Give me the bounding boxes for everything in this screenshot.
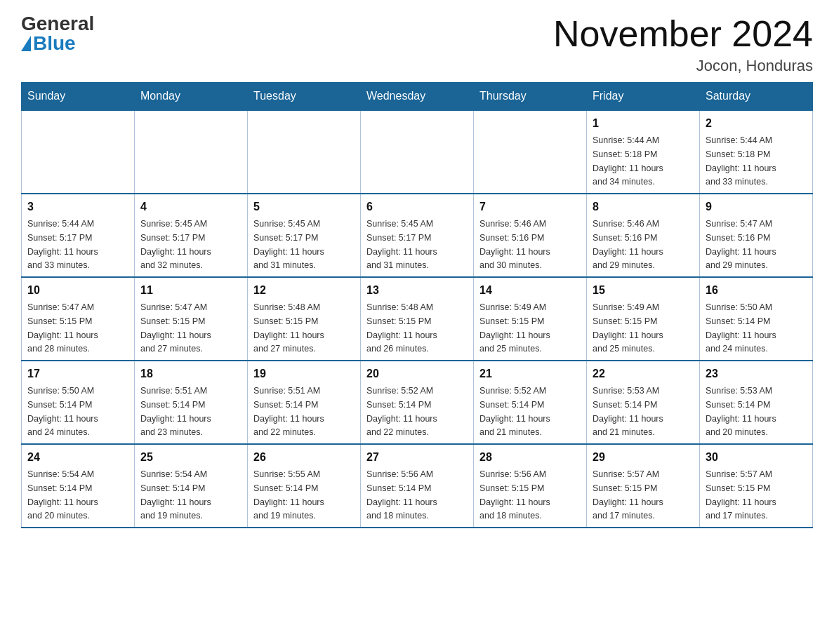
- day-sun-info: Sunrise: 5:54 AM Sunset: 5:14 PM Dayligh…: [140, 469, 211, 521]
- calendar-cell: [361, 110, 474, 194]
- day-number: 11: [140, 282, 241, 299]
- day-number: 13: [366, 282, 468, 299]
- day-number: 6: [366, 199, 468, 215]
- day-header-monday: Monday: [135, 83, 248, 111]
- day-number: 19: [253, 365, 355, 382]
- calendar-cell: 21Sunrise: 5:52 AM Sunset: 5:14 PM Dayli…: [474, 361, 587, 444]
- calendar-cell: 15Sunrise: 5:49 AM Sunset: 5:15 PM Dayli…: [587, 277, 700, 361]
- calendar-cell: [248, 110, 361, 194]
- day-number: 3: [27, 199, 128, 215]
- day-number: 27: [366, 449, 468, 466]
- calendar-cell: [135, 110, 248, 194]
- page-header: General Blue November 2024 Jocon, Hondur…: [21, 14, 813, 75]
- logo: General Blue: [21, 14, 94, 53]
- day-sun-info: Sunrise: 5:46 AM Sunset: 5:16 PM Dayligh…: [593, 219, 663, 270]
- day-number: 20: [366, 365, 468, 382]
- calendar-table: SundayMondayTuesdayWednesdayThursdayFrid…: [21, 82, 813, 528]
- calendar-cell: 5Sunrise: 5:45 AM Sunset: 5:17 PM Daylig…: [248, 194, 361, 277]
- day-sun-info: Sunrise: 5:56 AM Sunset: 5:15 PM Dayligh…: [479, 469, 550, 521]
- logo-general-text: General: [21, 14, 94, 34]
- day-sun-info: Sunrise: 5:56 AM Sunset: 5:14 PM Dayligh…: [366, 469, 437, 521]
- day-number: 23: [706, 365, 807, 382]
- calendar-cell: 14Sunrise: 5:49 AM Sunset: 5:15 PM Dayli…: [474, 277, 587, 361]
- calendar-cell: 7Sunrise: 5:46 AM Sunset: 5:16 PM Daylig…: [474, 194, 587, 277]
- calendar-cell: 2Sunrise: 5:44 AM Sunset: 5:18 PM Daylig…: [700, 110, 813, 194]
- calendar-cell: 9Sunrise: 5:47 AM Sunset: 5:16 PM Daylig…: [700, 194, 813, 277]
- calendar-cell: 12Sunrise: 5:48 AM Sunset: 5:15 PM Dayli…: [248, 277, 361, 361]
- day-number: 26: [253, 449, 355, 466]
- day-sun-info: Sunrise: 5:51 AM Sunset: 5:14 PM Dayligh…: [140, 386, 211, 437]
- calendar-cell: [474, 110, 587, 194]
- calendar-cell: 11Sunrise: 5:47 AM Sunset: 5:15 PM Dayli…: [135, 277, 248, 361]
- day-sun-info: Sunrise: 5:44 AM Sunset: 5:18 PM Dayligh…: [593, 135, 663, 187]
- day-number: 25: [140, 449, 241, 466]
- logo-triangle-icon: [21, 36, 31, 51]
- day-sun-info: Sunrise: 5:45 AM Sunset: 5:17 PM Dayligh…: [140, 219, 211, 270]
- calendar-cell: 10Sunrise: 5:47 AM Sunset: 5:15 PM Dayli…: [22, 277, 135, 361]
- day-number: 17: [27, 365, 128, 382]
- day-number: 14: [479, 282, 581, 299]
- day-number: 29: [593, 449, 694, 466]
- day-sun-info: Sunrise: 5:50 AM Sunset: 5:14 PM Dayligh…: [27, 386, 98, 437]
- day-sun-info: Sunrise: 5:54 AM Sunset: 5:14 PM Dayligh…: [27, 469, 98, 521]
- calendar-cell: 20Sunrise: 5:52 AM Sunset: 5:14 PM Dayli…: [361, 361, 474, 444]
- day-sun-info: Sunrise: 5:45 AM Sunset: 5:17 PM Dayligh…: [366, 219, 437, 270]
- logo-blue-text: Blue: [21, 34, 76, 53]
- calendar-cell: 8Sunrise: 5:46 AM Sunset: 5:16 PM Daylig…: [587, 194, 700, 277]
- calendar-cell: 25Sunrise: 5:54 AM Sunset: 5:14 PM Dayli…: [135, 444, 248, 528]
- day-sun-info: Sunrise: 5:47 AM Sunset: 5:15 PM Dayligh…: [27, 302, 98, 354]
- calendar-week-row: 1Sunrise: 5:44 AM Sunset: 5:18 PM Daylig…: [22, 110, 813, 194]
- calendar-header-row: SundayMondayTuesdayWednesdayThursdayFrid…: [22, 83, 813, 111]
- day-number: 1: [593, 115, 694, 132]
- day-number: 9: [706, 199, 807, 215]
- day-header-tuesday: Tuesday: [248, 83, 361, 111]
- day-number: 24: [27, 449, 128, 466]
- day-sun-info: Sunrise: 5:49 AM Sunset: 5:15 PM Dayligh…: [479, 302, 550, 354]
- calendar-cell: 22Sunrise: 5:53 AM Sunset: 5:14 PM Dayli…: [587, 361, 700, 444]
- day-number: 21: [479, 365, 581, 382]
- day-sun-info: Sunrise: 5:53 AM Sunset: 5:14 PM Dayligh…: [593, 386, 663, 437]
- calendar-cell: 4Sunrise: 5:45 AM Sunset: 5:17 PM Daylig…: [135, 194, 248, 277]
- day-sun-info: Sunrise: 5:49 AM Sunset: 5:15 PM Dayligh…: [593, 302, 663, 354]
- day-header-friday: Friday: [587, 83, 700, 111]
- day-sun-info: Sunrise: 5:46 AM Sunset: 5:16 PM Dayligh…: [479, 219, 550, 270]
- day-sun-info: Sunrise: 5:52 AM Sunset: 5:14 PM Dayligh…: [479, 386, 550, 437]
- day-header-thursday: Thursday: [474, 83, 587, 111]
- day-number: 28: [479, 449, 581, 466]
- calendar-cell: 16Sunrise: 5:50 AM Sunset: 5:14 PM Dayli…: [700, 277, 813, 361]
- day-sun-info: Sunrise: 5:47 AM Sunset: 5:16 PM Dayligh…: [706, 219, 776, 270]
- calendar-week-row: 17Sunrise: 5:50 AM Sunset: 5:14 PM Dayli…: [22, 361, 813, 444]
- day-sun-info: Sunrise: 5:48 AM Sunset: 5:15 PM Dayligh…: [366, 302, 437, 354]
- calendar-cell: 23Sunrise: 5:53 AM Sunset: 5:14 PM Dayli…: [700, 361, 813, 444]
- day-sun-info: Sunrise: 5:55 AM Sunset: 5:14 PM Dayligh…: [253, 469, 324, 521]
- day-header-saturday: Saturday: [700, 83, 813, 111]
- calendar-cell: 30Sunrise: 5:57 AM Sunset: 5:15 PM Dayli…: [700, 444, 813, 528]
- calendar-cell: [22, 110, 135, 194]
- day-number: 22: [593, 365, 694, 382]
- day-number: 12: [253, 282, 355, 299]
- day-sun-info: Sunrise: 5:50 AM Sunset: 5:14 PM Dayligh…: [706, 302, 776, 354]
- day-number: 5: [253, 199, 355, 215]
- day-header-wednesday: Wednesday: [361, 83, 474, 111]
- day-number: 2: [706, 115, 807, 132]
- day-sun-info: Sunrise: 5:44 AM Sunset: 5:18 PM Dayligh…: [706, 135, 776, 187]
- calendar-cell: 26Sunrise: 5:55 AM Sunset: 5:14 PM Dayli…: [248, 444, 361, 528]
- day-header-sunday: Sunday: [22, 83, 135, 111]
- day-number: 15: [593, 282, 694, 299]
- calendar-cell: 29Sunrise: 5:57 AM Sunset: 5:15 PM Dayli…: [587, 444, 700, 528]
- location-subtitle: Jocon, Honduras: [553, 57, 813, 75]
- month-title: November 2024: [553, 14, 813, 54]
- calendar-cell: 6Sunrise: 5:45 AM Sunset: 5:17 PM Daylig…: [361, 194, 474, 277]
- calendar-cell: 18Sunrise: 5:51 AM Sunset: 5:14 PM Dayli…: [135, 361, 248, 444]
- title-block: November 2024 Jocon, Honduras: [553, 14, 813, 75]
- day-sun-info: Sunrise: 5:51 AM Sunset: 5:14 PM Dayligh…: [253, 386, 324, 437]
- day-sun-info: Sunrise: 5:57 AM Sunset: 5:15 PM Dayligh…: [593, 469, 663, 521]
- calendar-cell: 3Sunrise: 5:44 AM Sunset: 5:17 PM Daylig…: [22, 194, 135, 277]
- day-number: 30: [706, 449, 807, 466]
- day-sun-info: Sunrise: 5:47 AM Sunset: 5:15 PM Dayligh…: [140, 302, 211, 354]
- day-sun-info: Sunrise: 5:48 AM Sunset: 5:15 PM Dayligh…: [253, 302, 324, 354]
- day-sun-info: Sunrise: 5:53 AM Sunset: 5:14 PM Dayligh…: [706, 386, 776, 437]
- calendar-week-row: 24Sunrise: 5:54 AM Sunset: 5:14 PM Dayli…: [22, 444, 813, 528]
- calendar-week-row: 3Sunrise: 5:44 AM Sunset: 5:17 PM Daylig…: [22, 194, 813, 277]
- day-number: 4: [140, 199, 241, 215]
